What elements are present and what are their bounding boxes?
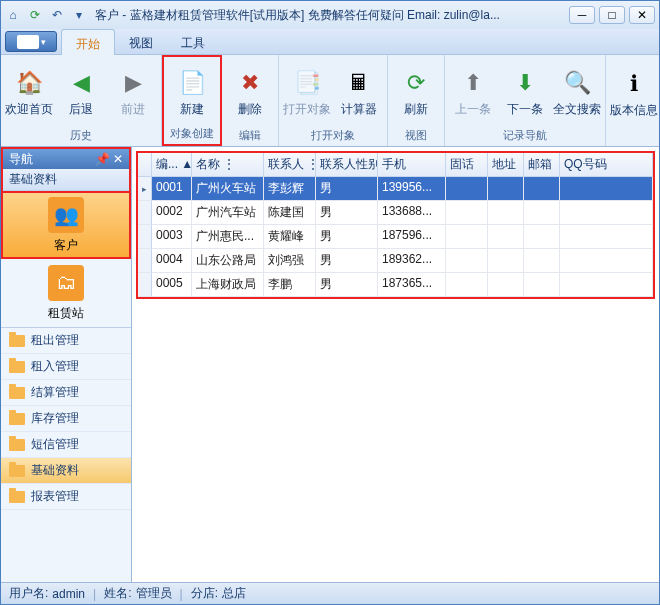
grid-header[interactable]: 地址 [488,153,524,177]
grid-cell[interactable]: 男 [316,177,378,201]
sidebar-tile-rent[interactable]: 🗂 租赁站 [1,259,131,327]
row-indicator[interactable] [138,273,152,297]
dropdown-icon[interactable]: ▾ [71,7,87,23]
grid-cell[interactable]: 广州惠民... [192,225,264,249]
grid-cell[interactable]: 0005 [152,273,192,297]
maximize-button[interactable]: □ [599,6,625,24]
grid-cell[interactable] [560,177,653,201]
grid-cell[interactable] [446,201,488,225]
tab-tools[interactable]: 工具 [167,29,219,54]
grid-cell[interactable]: 0002 [152,201,192,225]
sidebar-tile-customer[interactable]: 👥 客户 [1,191,131,259]
fulltext-search-button[interactable]: 🔍全文搜索 [553,59,601,125]
folder-icon [9,439,25,451]
grid-cell[interactable]: 0003 [152,225,192,249]
grid-cell[interactable] [524,201,560,225]
grid-cell[interactable]: 刘鸿强 [264,249,316,273]
row-indicator[interactable] [138,225,152,249]
grid-cell[interactable]: 133688... [378,201,446,225]
grid-cell[interactable] [524,177,560,201]
grid-cell[interactable]: 187596... [378,225,446,249]
grid-header[interactable]: 固话 [446,153,488,177]
pin-icon[interactable]: 📌 ✕ [95,152,123,166]
row-indicator[interactable]: ▸ [138,177,152,201]
row-indicator[interactable] [138,249,152,273]
sidebar-item-sms[interactable]: 短信管理 [1,432,131,458]
grid-header[interactable]: QQ号码 [560,153,653,177]
folder-icon [9,335,25,347]
minimize-button[interactable]: ─ [569,6,595,24]
sidebar-item-stock[interactable]: 库存管理 [1,406,131,432]
sidebar-item-basic[interactable]: 基础资料 [1,458,131,484]
grid-cell[interactable] [524,273,560,297]
grid-header[interactable]: 名称 ⋮ [192,153,264,177]
undo-icon[interactable]: ↶ [49,7,65,23]
forward-icon: ▶ [117,67,149,99]
grid-cell[interactable]: 0001 [152,177,192,201]
row-indicator[interactable] [138,201,152,225]
grid-cell[interactable] [488,273,524,297]
grid-cell[interactable] [488,249,524,273]
grid-header[interactable]: 编... ▲ [152,153,192,177]
close-button[interactable]: ✕ [629,6,655,24]
grid-cell[interactable]: 广州汽车站 [192,201,264,225]
grid-cell[interactable] [446,177,488,201]
grid-cell[interactable] [446,225,488,249]
grid-cell[interactable]: 黄耀峰 [264,225,316,249]
sidebar-item-settle[interactable]: 结算管理 [1,380,131,406]
forward-button: ▶前进 [109,59,157,125]
grid-cell[interactable]: 男 [316,249,378,273]
grid-cell[interactable] [524,249,560,273]
grid-header[interactable]: 联系人性别 ⋮ [316,153,378,177]
grid-cell[interactable] [560,201,653,225]
tab-start[interactable]: 开始 [61,29,115,55]
sidebar-item-report[interactable]: 报表管理 [1,484,131,510]
refresh-button[interactable]: ⟳刷新 [392,59,440,125]
back-button[interactable]: ◀后退 [57,59,105,125]
next-record-button[interactable]: ⬇下一条 [501,59,549,125]
app-menu-button[interactable]: ▾ [5,31,57,52]
grid-cell[interactable]: 广州火车站 [192,177,264,201]
grid-cell[interactable] [446,249,488,273]
new-button[interactable]: 📄新建 [168,59,216,125]
grid-cell[interactable] [446,273,488,297]
grid-header[interactable]: 联系人 ⋮ [264,153,316,177]
grid-header[interactable]: 手机 [378,153,446,177]
sidebar-section-basic[interactable]: 基础资料 [3,169,129,191]
grid-cell[interactable]: 李彭辉 [264,177,316,201]
grid-cell[interactable]: 189362... [378,249,446,273]
grid-cell[interactable]: 李鹏 [264,273,316,297]
info-icon: ℹ [618,68,650,100]
grid-cell[interactable]: 陈建国 [264,201,316,225]
grid-cell[interactable]: 上海财政局 [192,273,264,297]
grid-cell[interactable] [488,177,524,201]
ribbon: 🏠欢迎首页 ◀后退 ▶前进 历史 📄新建 对象创建 ✖删除 编辑 📑打开对象 🖩… [1,55,659,147]
ribbon-group-nav: ⬆上一条 ⬇下一条 🔍全文搜索 记录导航 [445,55,606,146]
grid-cell[interactable]: 山东公路局 [192,249,264,273]
grid-cell[interactable] [560,273,653,297]
grid-cell[interactable] [488,225,524,249]
refresh-icon[interactable]: ⟳ [27,7,43,23]
home-icon[interactable]: ⌂ [5,7,21,23]
grid-cell[interactable]: 139956... [378,177,446,201]
grid-cell[interactable]: 男 [316,201,378,225]
grid-cell[interactable] [560,249,653,273]
welcome-button[interactable]: 🏠欢迎首页 [5,59,53,125]
delete-button[interactable]: ✖删除 [226,59,274,125]
grid-cell[interactable] [488,201,524,225]
tab-view[interactable]: 视图 [115,29,167,54]
version-button[interactable]: ℹ版本信息 [610,61,658,127]
calculator-button[interactable]: 🖩计算器 [335,59,383,125]
grid-cell[interactable]: 0004 [152,249,192,273]
grid-cell[interactable]: 男 [316,225,378,249]
grid-cell[interactable]: 男 [316,273,378,297]
refresh-icon: ⟳ [400,67,432,99]
ribbon-group-title: 历史 [5,127,157,144]
sidebar-item-rent-in[interactable]: 租入管理 [1,354,131,380]
grid-header[interactable]: 邮箱 [524,153,560,177]
grid-cell[interactable] [524,225,560,249]
grid-cell[interactable] [560,225,653,249]
grid-cell[interactable]: 187365... [378,273,446,297]
sidebar-title: 导航 [9,151,33,168]
sidebar-item-rent-out[interactable]: 租出管理 [1,328,131,354]
